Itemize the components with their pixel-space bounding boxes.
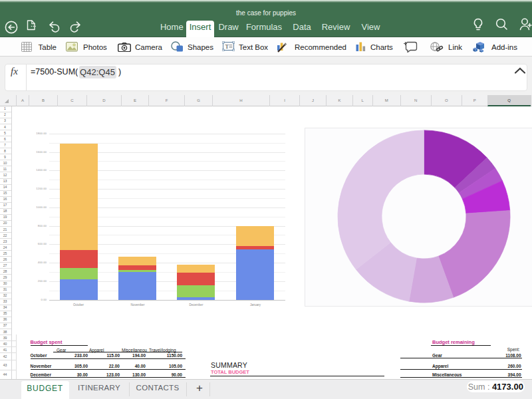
svg-text:T: T	[225, 43, 229, 50]
